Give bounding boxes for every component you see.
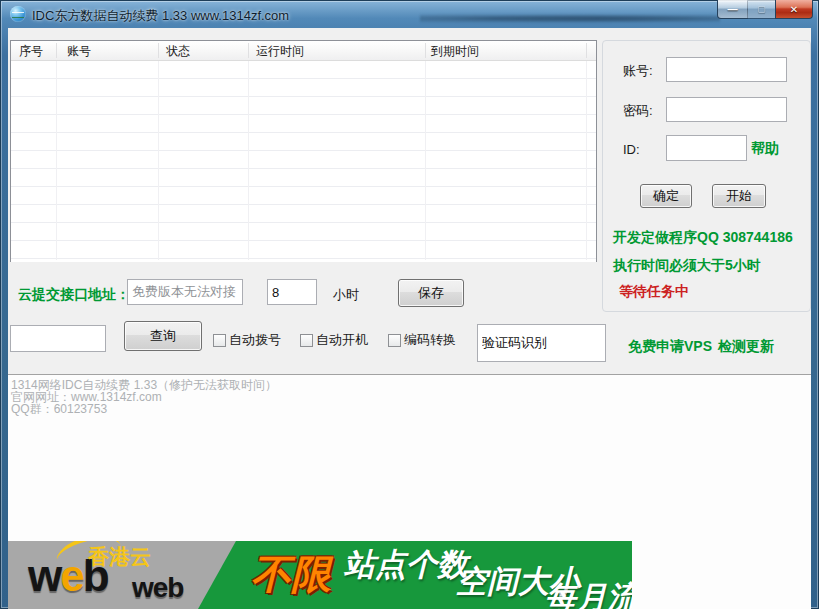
status-waiting-text: 等待任务中	[619, 283, 689, 301]
window-title: IDC东方数据自动续费 1.33 www.1314zf.com	[32, 7, 289, 25]
checkbox-box-icon	[213, 334, 226, 347]
client-area: 序号 账号 状态 运行时间 到期时间 账号: 密码:	[8, 28, 811, 609]
hours-unit-label: 小时	[333, 286, 359, 304]
password-input[interactable]	[666, 97, 787, 122]
aero-glass-smudge	[420, 13, 720, 24]
cloud-api-input[interactable]	[127, 279, 243, 305]
exec-time-note: 执行时间必须大于5小时	[613, 257, 761, 275]
checkbox-label: 自动拨号	[229, 331, 281, 349]
checkbox-encoding-convert[interactable]: 编码转换	[388, 331, 456, 349]
column-divider	[425, 43, 426, 58]
checkbox-auto-dial[interactable]: 自动拨号	[213, 331, 281, 349]
close-button[interactable]: ✕	[775, 0, 813, 19]
start-button[interactable]: 开始	[712, 184, 766, 208]
maximize-icon: ▢	[757, 4, 766, 14]
column-divider	[248, 43, 249, 58]
checkbox-box-icon	[300, 334, 313, 347]
query-input[interactable]	[10, 325, 106, 352]
hours-input[interactable]	[267, 279, 317, 305]
checkbox-auto-boot[interactable]: 自动开机	[300, 331, 368, 349]
checkbox-label: 编码转换	[404, 331, 456, 349]
column-header-status[interactable]: 状态	[166, 43, 190, 60]
globe-app-icon	[10, 6, 26, 22]
banner-highlight-text: 不限	[251, 547, 331, 602]
column-gridline	[248, 61, 249, 260]
hongkong-cloud-tag: 香港云	[88, 543, 151, 571]
credentials-groupbox: 账号: 密码: ID: 帮助 确定 开始 开发定做程序QQ 308744186 …	[602, 40, 811, 312]
help-link[interactable]: 帮助	[751, 140, 779, 158]
confirm-button[interactable]: 确定	[640, 184, 692, 208]
query-button[interactable]: 查询	[124, 321, 202, 351]
check-update-link[interactable]: 检测更新	[718, 338, 774, 356]
ad-banner[interactable]: web web 香港云 不限 站点个数 空间大小 每月流量	[8, 541, 632, 609]
column-header-index[interactable]: 序号	[19, 43, 43, 60]
checkbox-label: 自动开机	[316, 331, 368, 349]
table-header: 序号 账号 状态 运行时间 到期时间	[11, 41, 596, 61]
free-vps-link[interactable]: 免费申请VPS	[628, 338, 712, 356]
minimize-button[interactable]: —	[717, 0, 748, 19]
dev-qq-note: 开发定做程序QQ 308744186	[613, 229, 793, 247]
column-gridline	[158, 61, 159, 260]
webweb-logo-small: web	[132, 572, 183, 604]
id-input[interactable]	[666, 135, 747, 161]
column-header-runtime[interactable]: 运行时间	[256, 43, 304, 60]
close-icon: ✕	[790, 4, 798, 15]
table-body-empty	[11, 61, 596, 262]
app-window: IDC东方数据自动续费 1.33 www.1314zf.com — ▢ ✕ 序号…	[0, 0, 819, 609]
column-divider	[56, 43, 57, 58]
maximize-button[interactable]: ▢	[747, 0, 776, 19]
cloud-api-label: 云提交接口地址：	[18, 286, 130, 304]
column-gridline	[56, 61, 57, 260]
id-label: ID:	[623, 142, 640, 157]
save-button[interactable]: 保存	[398, 279, 464, 307]
account-input[interactable]	[666, 57, 787, 82]
log-line: QQ群：60123753	[11, 401, 107, 418]
title-bar[interactable]: IDC东方数据自动续费 1.33 www.1314zf.com — ▢ ✕	[0, 0, 819, 28]
checkbox-box-icon	[388, 334, 401, 347]
column-divider	[586, 43, 587, 58]
column-header-expiry[interactable]: 到期时间	[431, 43, 479, 60]
column-header-account[interactable]: 账号	[67, 43, 91, 60]
column-divider	[158, 43, 159, 58]
banner-item-traffic: 每月流量	[545, 577, 632, 609]
account-label: 账号:	[623, 62, 653, 80]
captcha-input[interactable]	[477, 324, 606, 362]
minimize-icon: —	[728, 4, 738, 15]
account-table[interactable]: 序号 账号 状态 运行时间 到期时间	[10, 40, 597, 262]
column-gridline	[425, 61, 426, 260]
banner-item-sites: 站点个数	[344, 544, 468, 586]
password-label: 密码:	[623, 102, 653, 120]
column-gridline	[586, 61, 587, 260]
